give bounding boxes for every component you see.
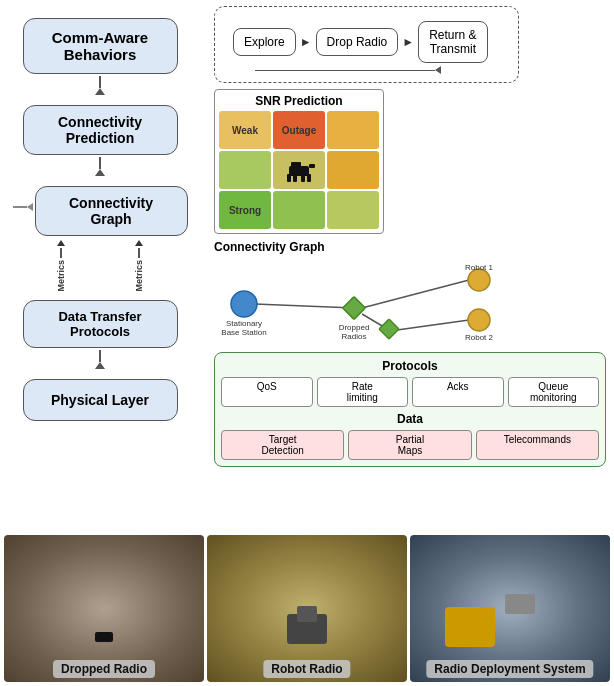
data-transfer-box: Data TransferProtocols (23, 300, 178, 348)
left-h-line (13, 206, 27, 208)
svg-text:Radios: Radios (342, 332, 367, 341)
deployment-system-label: Radio Deployment System (426, 660, 593, 678)
v-line-2 (99, 157, 101, 169)
conn-graph-right-title: Connectivity Graph (214, 240, 606, 254)
arrow-2 (95, 157, 105, 176)
metrics-arrowhead-left (57, 240, 65, 246)
proto-queue-monitoring: Queuemonitoring (508, 377, 600, 407)
v-line-1 (99, 76, 101, 88)
v-line-3 (99, 350, 101, 362)
metrics-label-right: Metrics (134, 260, 144, 292)
metrics-left: Metrics (56, 240, 66, 292)
deployment-system-text: Radio Deployment System (434, 662, 585, 676)
comm-aware-box: Comm-Aware Behaviors (23, 18, 178, 74)
svg-text:Robot 1: Robot 1 (465, 263, 494, 272)
physical-layer-box: Physical Layer (23, 379, 178, 421)
flow-return-transmit: Return &Transmit (418, 21, 487, 63)
flow-drop-radio: Drop Radio (316, 28, 399, 56)
comm-aware-label: Comm-Aware Behaviors (52, 29, 148, 63)
data-title-label: Data (397, 412, 423, 426)
svg-point-11 (231, 291, 257, 317)
svg-rect-5 (307, 174, 311, 182)
snr-title-label: SNR Prediction (255, 94, 342, 108)
connectivity-pred-label: ConnectivityPrediction (58, 114, 142, 146)
proto-qos: QoS (221, 377, 313, 407)
snr-cell-weak: Weak (219, 111, 271, 149)
photo-dropped-radio: Dropped Radio (4, 535, 204, 682)
flow-wrapper: Explore ► Drop Radio ► Return &Transmit (214, 6, 519, 83)
svg-text:Base Station: Base Station (221, 328, 266, 337)
proto-queue-monitoring-label: Queuemonitoring (530, 381, 577, 403)
flow-explore-label: Explore (244, 35, 285, 49)
metrics-dashed-left (60, 248, 62, 258)
photo-deployment-system: Radio Deployment System (410, 535, 610, 682)
conn-graph-svg: Stationary Base Station Dropped Radios R… (214, 258, 524, 348)
deploy-robot-body (445, 607, 495, 647)
proto-acks-label: Acks (447, 381, 469, 392)
proto-rate-limiting: Ratelimiting (317, 377, 409, 407)
flow-return-transmit-label: Return &Transmit (429, 28, 476, 56)
svg-line-8 (362, 280, 469, 308)
physical-layer-label: Physical Layer (51, 392, 149, 408)
svg-rect-14 (343, 297, 366, 320)
robot-radio-text: Robot Radio (271, 662, 342, 676)
data-transfer-label: Data TransferProtocols (58, 309, 141, 339)
data-target-detection-label: TargetDetection (262, 434, 304, 456)
photos-section: Dropped Radio Robot Radio Radio Deployme… (0, 531, 614, 686)
snr-cell-00 (327, 111, 379, 149)
protocols-section: Protocols QoS Ratelimiting Acks Queuemon… (214, 352, 606, 467)
protocols-title: Protocols (221, 359, 599, 373)
photo-robot-radio: Robot Radio (207, 535, 407, 682)
metrics-arrowhead-right (135, 240, 143, 246)
back-arrowhead (435, 66, 441, 74)
snr-strong-label: Strong (229, 205, 261, 216)
svg-point-20 (468, 309, 490, 331)
snr-section: SNR Prediction Weak Outage (214, 89, 606, 234)
robot-dog-icon (281, 156, 317, 184)
conn-graph-row: Connectivity Graph (13, 178, 188, 236)
data-title: Data (221, 412, 599, 426)
flow-drop-radio-label: Drop Radio (327, 35, 388, 49)
snr-grid-wrapper: SNR Prediction Weak Outage (214, 89, 384, 234)
metrics-dashed-right (138, 248, 140, 258)
svg-point-18 (468, 269, 490, 291)
arrowhead-3 (95, 362, 105, 369)
proto-rate-limiting-label: Ratelimiting (347, 381, 378, 403)
flow-container: Explore ► Drop Radio ► Return &Transmit (233, 21, 510, 63)
back-arrow-row (255, 66, 510, 74)
svg-rect-3 (293, 174, 297, 182)
svg-line-10 (397, 320, 469, 330)
metrics-section: Metrics Metrics (23, 240, 178, 292)
snr-cell-robot (273, 151, 325, 189)
svg-rect-4 (301, 174, 305, 182)
connectivity-graph-box: Connectivity Graph (35, 186, 188, 236)
svg-text:Dropped: Dropped (339, 323, 370, 332)
snr-grid: Weak Outage (219, 111, 379, 229)
svg-rect-2 (287, 174, 291, 182)
snr-cell-22 (327, 191, 379, 229)
left-arrowhead (27, 203, 33, 211)
back-arrow-line (255, 70, 435, 71)
svg-rect-6 (309, 164, 315, 168)
protocols-title-label: Protocols (382, 359, 437, 373)
conn-graph-right: Connectivity Graph Stationary Base Stati… (214, 240, 606, 348)
snr-title: SNR Prediction (219, 94, 379, 108)
conn-graph-area: Stationary Base Station Dropped Radios R… (214, 258, 524, 348)
snr-cell-strong: Strong (219, 191, 271, 229)
flow-explore: Explore (233, 28, 296, 56)
metrics-right: Metrics (134, 240, 144, 292)
deploy-system-arm (505, 594, 535, 614)
flow-arrow-2: ► (402, 35, 414, 49)
snr-outage-label: Outage (282, 125, 316, 136)
data-partial-maps: PartialMaps (348, 430, 471, 460)
data-telecommands-label: Telecommands (504, 434, 571, 445)
robot-head (297, 606, 317, 622)
snr-cell-21 (273, 191, 325, 229)
arrowhead-2 (95, 169, 105, 176)
data-telecommands: Telecommands (476, 430, 599, 460)
metrics-label-left: Metrics (56, 260, 66, 292)
data-target-detection: TargetDetection (221, 430, 344, 460)
data-partial-maps-label: PartialMaps (396, 434, 424, 456)
dropped-radio-object (95, 632, 113, 642)
svg-rect-15 (379, 319, 399, 339)
